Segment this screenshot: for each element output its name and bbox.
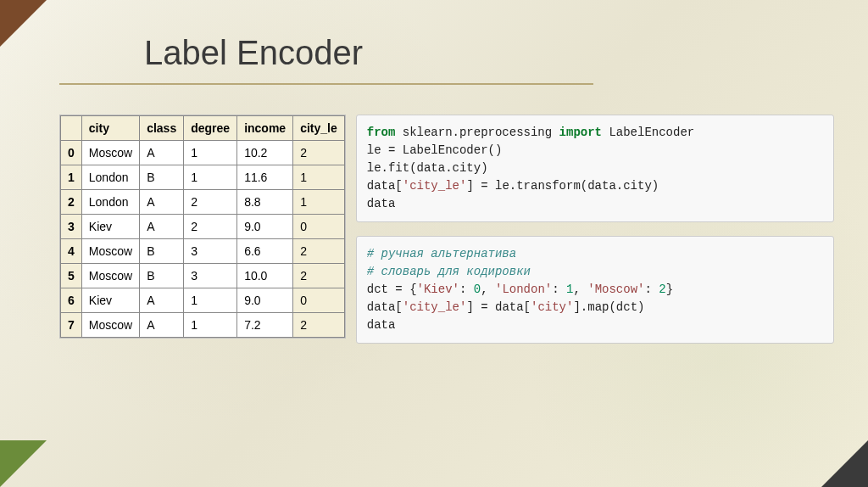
code-text: ] = data[ (466, 300, 531, 314)
col-header-degree: degree (184, 116, 237, 141)
cell-income: 7.2 (237, 313, 293, 338)
code-text: data[ (367, 300, 403, 314)
cell-city-le: 2 (293, 313, 345, 338)
number-literal: 0 (474, 283, 481, 296)
cell-class: B (140, 264, 184, 288)
table-row: 4MoscowB36.62 (61, 239, 345, 264)
code-line: data (367, 318, 396, 332)
cell-city: Moscow (81, 239, 139, 264)
cell-city-le: 1 (293, 190, 345, 215)
col-header-income: income (237, 116, 293, 141)
cell-city: Moscow (81, 264, 139, 288)
table-row: 1LondonB111.61 (61, 165, 345, 190)
slide-title: Label Encoder (144, 34, 363, 72)
cell-degree: 1 (184, 313, 237, 338)
cell-index: 3 (61, 215, 82, 239)
col-header-city-le: city_le (293, 116, 345, 141)
table-row: 0MoscowA110.22 (61, 141, 345, 165)
comment-line: # словарь для кодировки (367, 265, 531, 278)
cell-degree: 3 (184, 239, 237, 264)
cell-income: 10.2 (237, 141, 293, 165)
table-row: 5MoscowB310.02 (61, 264, 345, 288)
cell-city: London (81, 165, 139, 190)
cell-city: London (81, 190, 139, 215)
cell-income: 8.8 (237, 190, 293, 215)
cell-city: Kiev (81, 288, 139, 313)
cell-index: 1 (61, 165, 82, 190)
code-column: from sklearn.preprocessing import LabelE… (356, 115, 834, 344)
cell-city-le: 0 (293, 288, 345, 313)
string-literal: 'London' (495, 283, 552, 296)
string-literal: 'Kiev' (417, 283, 459, 296)
cell-income: 6.6 (237, 239, 293, 264)
code-text: ] = le.transform(data.city) (466, 179, 659, 193)
table-header-row: city class degree income city_le (61, 116, 345, 141)
cell-income: 10.0 (237, 264, 293, 288)
number-literal: 2 (659, 283, 665, 296)
cell-class: B (140, 239, 184, 264)
code-line: le.fit(data.city) (367, 161, 488, 175)
code-block-sklearn: from sklearn.preprocessing import LabelE… (356, 115, 834, 222)
cell-class: A (140, 215, 184, 239)
cell-income: 11.6 (237, 165, 293, 190)
table-row: 2LondonA28.81 (61, 190, 345, 215)
string-literal: 'city' (531, 300, 573, 314)
col-header-city: city (81, 116, 139, 141)
cell-class: A (140, 313, 184, 338)
cell-index: 7 (61, 313, 82, 338)
content-area: city class degree income city_le 0Moscow… (59, 115, 834, 344)
code-text: LabelEncoder (602, 126, 694, 139)
title-underline (59, 83, 593, 85)
cell-income: 9.0 (237, 288, 293, 313)
string-literal: 'Moscow' (587, 283, 644, 296)
code-block-manual: # ручная альтернатива # словарь для коди… (356, 236, 834, 344)
cell-city-le: 2 (293, 141, 345, 165)
comment-line: # ручная альтернатива (367, 247, 516, 260)
cell-degree: 2 (184, 215, 237, 239)
cell-degree: 2 (184, 190, 237, 215)
data-table: city class degree income city_le 0Moscow… (60, 115, 345, 338)
string-literal: 'city_le' (403, 300, 467, 314)
cell-index: 2 (61, 190, 82, 215)
col-header-class: class (140, 116, 184, 141)
cell-city-le: 2 (293, 264, 345, 288)
table-row: 7MoscowA17.22 (61, 313, 345, 338)
data-table-wrap: city class degree income city_le 0Moscow… (59, 115, 346, 339)
col-header-index (61, 116, 82, 141)
cell-index: 5 (61, 264, 82, 288)
code-text: sklearn.preprocessing (395, 126, 559, 139)
cell-index: 0 (61, 141, 82, 165)
cell-class: A (140, 288, 184, 313)
cell-city-le: 2 (293, 239, 345, 264)
keyword-from: from (367, 126, 396, 139)
corner-decoration-top-left (0, 0, 47, 47)
cell-class: A (140, 141, 184, 165)
code-text: } (666, 283, 673, 296)
table-row: 6KievA19.00 (61, 288, 345, 313)
cell-degree: 3 (184, 264, 237, 288)
string-literal: 'city_le' (403, 179, 467, 193)
cell-degree: 1 (184, 165, 237, 190)
cell-class: B (140, 165, 184, 190)
cell-city: Moscow (81, 313, 139, 338)
cell-index: 6 (61, 288, 82, 313)
cell-class: A (140, 190, 184, 215)
keyword-import: import (559, 126, 602, 139)
table-row: 3KievA29.00 (61, 215, 345, 239)
number-literal: 1 (566, 283, 573, 296)
cell-degree: 1 (184, 288, 237, 313)
code-line: data (367, 197, 396, 210)
cell-city: Moscow (81, 141, 139, 165)
code-text: ].map(dct) (573, 300, 644, 314)
corner-decoration-bottom-right (821, 440, 868, 487)
cell-degree: 1 (184, 141, 237, 165)
cell-index: 4 (61, 239, 82, 264)
cell-income: 9.0 (237, 215, 293, 239)
cell-city-le: 0 (293, 215, 345, 239)
code-text: dct = { (367, 283, 417, 296)
corner-decoration-bottom-left (0, 440, 47, 487)
code-text: data[ (367, 179, 403, 193)
cell-city: Kiev (81, 215, 139, 239)
cell-city-le: 1 (293, 165, 345, 190)
code-line: le = LabelEncoder() (367, 143, 503, 157)
